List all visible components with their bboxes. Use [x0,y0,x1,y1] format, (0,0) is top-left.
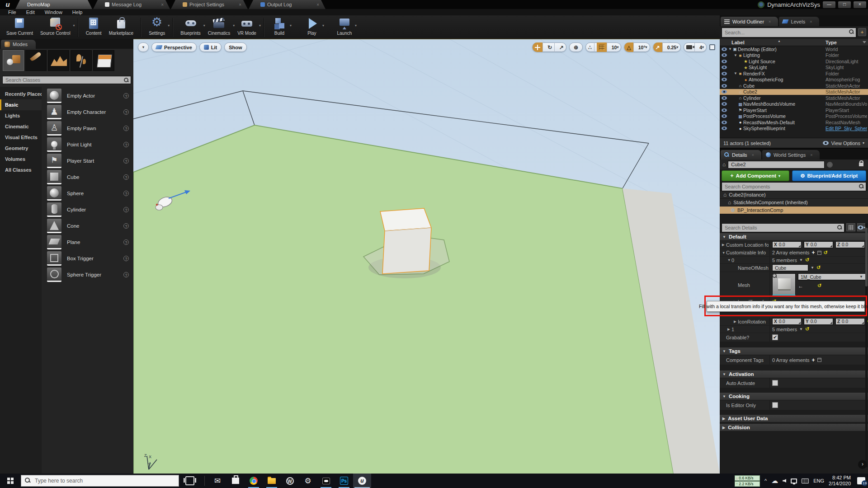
component-staticmeshcomponent-inherited-[interactable]: ⌂StaticMeshComponent (Inherited) [720,199,868,206]
collapsed-icon[interactable]: ▶ [727,327,730,331]
clock[interactable]: 8:42 PM 2/14/2020 [829,475,851,487]
help-icon[interactable]: ? [123,109,129,115]
mode-item-empty-pawn[interactable]: ♙Empty Pawn? [42,120,133,136]
tab-modes[interactable]: Modes [1,40,36,49]
type-column-header[interactable]: Type [826,40,837,45]
category-basic[interactable]: Basic [0,99,42,110]
visibility-eye-icon[interactable] [722,66,727,69]
visibility-eye-icon[interactable] [722,114,727,118]
chevron-down-icon[interactable]: ▾ [168,23,170,28]
section-default[interactable]: ▼ Default [720,233,868,241]
taskbar-app-store[interactable] [226,474,245,488]
category-volumes[interactable]: Volumes [0,154,42,164]
reset-icon[interactable]: ↺ [805,257,809,263]
move-tool-button[interactable] [533,42,543,52]
close-tab-icon[interactable]: × [810,153,812,157]
is-editor-only-checkbox[interactable] [772,402,778,408]
visibility-eye-icon[interactable] [722,121,727,124]
maximize-viewport-button[interactable] [709,44,715,50]
menu-file[interactable]: File [4,9,21,15]
collapsed-icon[interactable]: ▶ [722,243,725,247]
viewport-options-button[interactable]: ▾ [138,42,149,52]
mode-item-sphere-trigger[interactable]: Sphere Trigger? [42,267,133,283]
edit-blueprint-link[interactable]: Edit BP_Sky_Sphere [826,126,867,131]
icon-rotation-x-field[interactable]: X0.0 [772,318,802,325]
collapsed-icon[interactable]: ▶ [734,319,736,324]
new-folder-button[interactable]: + [858,28,866,36]
mode-item-point-light[interactable]: Point Light? [42,136,133,153]
rotate-tool-button[interactable]: ↻ [545,42,555,52]
tab-details[interactable]: Details × [721,150,761,160]
help-icon[interactable]: ? [123,158,129,164]
chevron-down-icon[interactable]: ▾ [73,23,75,28]
category-all-classes[interactable]: All Classes [0,164,42,175]
chevron-down-icon[interactable]: ▾ [355,23,357,28]
taskbar-app-photoshop[interactable]: Ps [335,474,353,488]
window-tab-message-log[interactable]: Message Log× [93,0,170,9]
window-tab-project-settings[interactable]: Project Settings× [171,0,248,9]
toolbar-source-control-button[interactable]: ▾Source Control [37,16,74,39]
section-collision[interactable]: ▶ Collision [720,424,868,432]
outliner-row-cube[interactable]: ⌂CubeStaticMeshActor [720,83,868,89]
mode-item-cube[interactable]: Cube? [42,169,133,185]
mode-item-empty-character[interactable]: ♟Empty Character? [42,104,133,120]
visibility-eye-icon[interactable] [722,84,727,88]
outliner-row-renderfx[interactable]: ▼■RenderFXFolder [720,70,868,77]
expanded-icon[interactable]: ▼ [728,47,732,51]
outliner-row-cylinder[interactable]: ⌂CylinderStaticMeshActor [720,95,868,101]
search-components-input[interactable] [722,182,866,191]
trash-icon[interactable] [817,251,821,255]
mesh-thumbnail[interactable] [772,273,796,296]
menu-help[interactable]: Help [68,9,87,15]
actor-name-input[interactable] [728,161,825,169]
section-asset-user-data[interactable]: ▶ Asset User Data [720,415,868,422]
expand-panel-button[interactable]: › [858,460,867,469]
minimize-button[interactable]: — [823,1,835,8]
close-tab-icon[interactable]: × [810,19,812,24]
toolbar-build-button[interactable]: ▾Build [268,16,291,39]
visibility-eye-icon[interactable] [722,127,727,130]
mode-item-player-start[interactable]: ⚑Player Start? [42,153,133,169]
visibility-eye-icon[interactable] [722,90,727,94]
reset-icon[interactable]: ↺ [824,250,828,256]
taskbar-app-settings[interactable]: ⚙ [299,474,317,488]
scale-snap-value-button[interactable]: 0.25▾ [665,42,680,52]
grid-snap-value-button[interactable]: 10▾ [609,42,621,52]
lock-icon[interactable] [859,163,863,166]
search-classes-input[interactable] [2,76,131,84]
visibility-eye-icon[interactable] [722,60,727,63]
section-activation[interactable]: ▼ Activation [720,371,868,378]
network-icon[interactable] [791,479,797,483]
auto-activate-checkbox[interactable] [772,380,778,386]
mode-item-cone[interactable]: Cone? [42,218,133,234]
outliner-search-input[interactable] [722,28,856,38]
category-visual-effects[interactable]: Visual Effects [0,132,42,143]
expanded-icon[interactable]: ▼ [734,71,737,75]
grid-snap-toggle[interactable] [597,42,607,52]
chevron-down-icon[interactable]: ▼ [799,327,803,331]
menu-window[interactable]: Window [40,9,67,15]
taskbar-search[interactable] [21,475,179,487]
taskbar-app-capture[interactable] [317,474,335,488]
expanded-icon[interactable]: ▼ [722,251,725,255]
geometry-mode-button[interactable] [93,50,114,71]
toolbar-vr-mode-button[interactable]: ▾VR Mode [234,16,260,39]
notification-center-button[interactable]: 19 [857,477,865,484]
taskbar-search-input[interactable] [21,475,179,487]
outliner-row-light-source[interactable]: ★Light SourceDirectionalLight [720,58,868,65]
reset-icon[interactable]: ↺ [816,265,821,271]
outliner-row-cube2[interactable]: ⌂Cube2StaticMeshActor [720,89,868,95]
taskbar-app-unreal[interactable]: u [353,474,371,488]
show-button[interactable]: Show [224,42,246,52]
tab-world-settings[interactable]: World Settings × [762,150,820,160]
perspective-button[interactable]: Perspective [151,42,197,52]
category-recently-placed[interactable]: Recently Placed [0,89,42,99]
custom-location-x-field[interactable]: X0.0 [772,241,802,248]
chevron-down-icon[interactable]: ▾ [322,23,324,28]
menu-edit[interactable]: Edit [22,9,39,15]
help-icon[interactable]: ? [123,142,129,147]
toolbar-content-button[interactable]: Content [82,16,105,39]
reset-icon[interactable]: ↺ [805,326,809,332]
place-mode-button[interactable] [3,50,24,71]
show-hidden-icons-button[interactable]: ^ [764,478,767,483]
